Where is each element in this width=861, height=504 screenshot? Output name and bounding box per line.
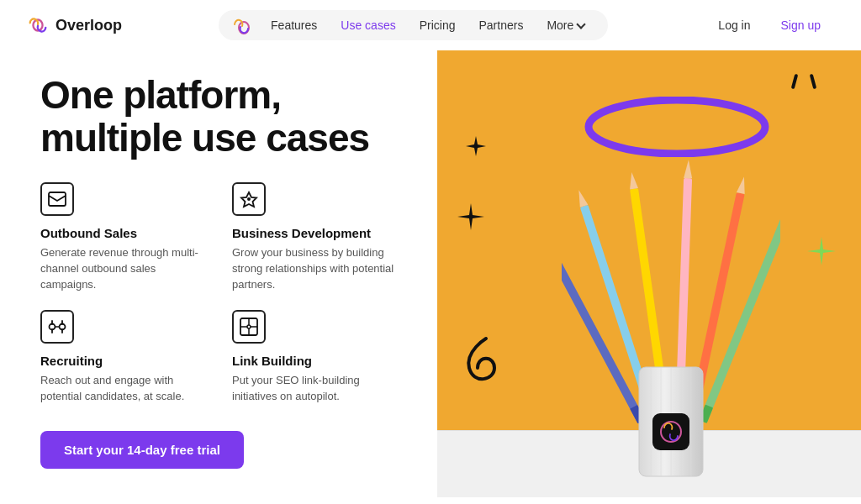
nav-link-pricing[interactable]: Pricing [409,15,466,35]
navbar: Overloop Features Use cases Pricing Part… [0,0,861,50]
pencil-cup-illustration [562,128,780,497]
business-dev-icon [232,182,266,216]
feature-desc-1: Grow your business by building strong re… [232,245,404,293]
svg-rect-31 [652,413,689,450]
sparkle-large-icon [456,202,486,235]
overloop-logo-icon [27,14,49,36]
login-button[interactable]: Log in [705,13,763,37]
svg-marker-17 [737,176,748,194]
signup-button[interactable]: Sign up [768,13,834,37]
svg-point-5 [247,325,251,328]
features-grid: Outbound Sales Generate revenue through … [40,182,404,404]
outbound-sales-icon [40,182,74,216]
nav-pill-icon [232,16,251,34]
feature-title-3: Link Building [232,354,404,368]
feature-recruiting: Recruiting Reach out and engage with pot… [40,310,212,405]
feature-outbound-sales: Outbound Sales Generate revenue through … [40,182,212,293]
feature-desc-0: Generate revenue through multi-channel o… [40,245,212,293]
feature-business-dev: Business Development Grow your business … [232,182,404,293]
svg-marker-11 [627,171,638,189]
nav-actions: Log in Sign up [705,13,834,37]
main-content: One platform, multiple use cases Outboun… [0,50,861,497]
left-panel: One platform, multiple use cases Outboun… [0,50,437,497]
feature-title-0: Outbound Sales [40,226,212,240]
feature-title-2: Recruiting [40,354,212,368]
feature-link-building: Link Building Put your SEO link-building… [232,310,404,405]
svg-marker-14 [684,160,693,178]
dashes-decoration [793,74,815,89]
svg-point-1 [247,197,251,201]
feature-desc-2: Reach out and engage with potential cand… [40,373,212,405]
svg-marker-8 [575,189,589,207]
nav-link-partners[interactable]: Partners [468,15,533,35]
nav-link-usecases[interactable]: Use cases [330,15,405,35]
feature-desc-3: Put your SEO link-building initiatives o… [232,373,404,405]
sparkle-green-icon [806,235,837,270]
feature-title-1: Business Development [232,226,404,240]
brand-name: Overloop [55,17,122,34]
link-building-icon [232,310,266,344]
illustration-scene [437,50,861,497]
squiggle-icon [461,334,511,396]
chevron-down-icon [577,19,586,29]
hero-title: One platform, multiple use cases [40,74,404,159]
recruiting-icon [40,310,74,344]
logo-area: Overloop [27,14,122,36]
nav-link-more[interactable]: More [536,15,594,35]
right-panel [437,50,861,497]
cta-trial-button[interactable]: Start your 14-day free trial [40,431,244,469]
dash-icon [810,74,817,89]
dash-icon [791,74,799,89]
nav-link-features[interactable]: Features [261,15,327,35]
nav-pill: Features Use cases Pricing Partners More [219,10,608,40]
sparkle-icon [464,134,488,161]
svg-rect-0 [49,192,66,206]
